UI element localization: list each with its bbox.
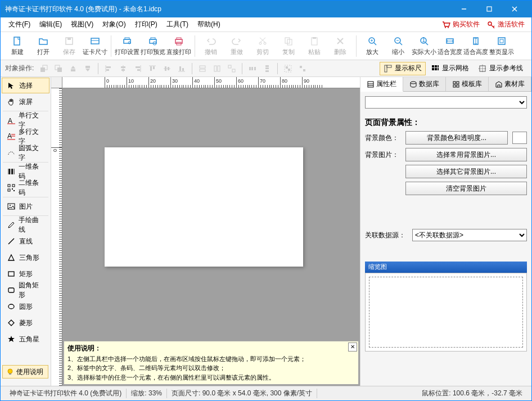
align-bottom-button[interactable] (175, 62, 188, 75)
circle-tool[interactable]: 圆形 (2, 299, 49, 314)
tab-database[interactable]: 数据库 (403, 77, 446, 91)
svg-rect-94 (438, 65, 439, 67)
align-center-h-button[interactable] (116, 62, 130, 75)
align-center-v-button[interactable] (160, 62, 174, 75)
zoomout-button[interactable]: 缩小 (386, 34, 411, 58)
printsetup-button[interactable]: 打印设置 (115, 34, 139, 58)
bgimage-clear-button[interactable]: 清空背景图片 (405, 182, 527, 195)
arc-text-tool[interactable]: 圆弧文字 (2, 145, 49, 161)
tab-properties[interactable]: 属性栏 (360, 77, 403, 92)
rect-icon (7, 269, 16, 278)
image-tool[interactable]: 图片 (2, 199, 49, 214)
svg-rect-97 (438, 68, 439, 70)
tab-materials[interactable]: 素材库 (489, 77, 531, 91)
menu-print[interactable]: 打印(P) (130, 18, 162, 31)
bgcolor-swatch[interactable] (512, 132, 527, 144)
zoomout-icon (393, 35, 404, 47)
triangle-tool[interactable]: 三角形 (2, 250, 49, 265)
group-button[interactable] (281, 62, 295, 75)
copy-button[interactable]: 复制 (276, 34, 301, 58)
bgimage-common-button[interactable]: 选择常用背景图片... (405, 148, 527, 161)
help-instructions-button[interactable]: 使用说明 (2, 365, 48, 379)
menu-file[interactable]: 文件(F) (4, 18, 35, 31)
rect-tool[interactable]: 矩形 (2, 266, 49, 282)
vertical-ruler[interactable]: 0 (51, 88, 62, 386)
svg-point-126 (411, 82, 416, 84)
bgimage-other-button[interactable]: 选择其它背景图片... (405, 165, 527, 178)
maximize-button[interactable] (476, 1, 502, 17)
qrcode-tool[interactable]: 二维条码 (2, 180, 49, 196)
cut-button[interactable]: 剪切 (250, 34, 275, 58)
hint-close-button[interactable]: ✕ (348, 343, 357, 352)
hand-tool[interactable]: 滚屏 (2, 94, 49, 110)
fitwidth-button[interactable]: 适合宽度 (438, 34, 462, 58)
bring-front-button[interactable] (37, 62, 51, 75)
paste-button[interactable]: 粘贴 (302, 34, 327, 58)
star-tool[interactable]: 五角星 (2, 331, 49, 347)
line-tool[interactable]: 直线 (2, 233, 49, 249)
svg-rect-115 (12, 188, 13, 190)
undo-button[interactable]: 撤销 (199, 34, 223, 58)
send-back-button[interactable] (52, 62, 65, 75)
select-tool[interactable]: 选择 (2, 78, 49, 93)
zoomin-button[interactable]: 放大 (360, 34, 385, 58)
svg-rect-96 (435, 68, 437, 70)
ungroup-button[interactable] (296, 62, 309, 75)
show-grid-toggle[interactable]: 显示网格 (427, 62, 473, 75)
diamond-tool[interactable]: 菱形 (2, 315, 49, 331)
printnow-icon (173, 35, 184, 47)
open-button[interactable]: 打开 (31, 34, 56, 58)
close-button[interactable] (502, 1, 527, 17)
tab-templates[interactable]: 模板库 (446, 77, 489, 91)
align-top-button[interactable] (146, 62, 159, 75)
same-height-button[interactable] (210, 62, 224, 75)
svg-point-122 (8, 304, 14, 309)
bring-forward-button[interactable] (66, 62, 80, 75)
multiline-text-tool[interactable]: A多行文字 (2, 129, 49, 145)
align-left-button[interactable] (102, 62, 115, 75)
menu-edit[interactable]: 编辑(E) (35, 18, 66, 31)
printnow-button[interactable]: 直接打印 (166, 34, 191, 58)
cardsize-button[interactable]: 证卡尺寸 (83, 34, 107, 58)
minimize-button[interactable] (451, 1, 476, 17)
activate-software-button[interactable]: 激活软件 (483, 20, 528, 29)
buy-software-button[interactable]: 购买软件 (438, 20, 483, 29)
object-toolbar: 对象操作: 显示标尺 显示网格 显示参考线 (1, 60, 531, 77)
new-button[interactable]: 新建 (5, 34, 30, 58)
distribute-h-button[interactable] (246, 62, 259, 75)
right-panel: 属性栏 数据库 模板库 素材库 页面背景属性： 背景颜色： 背景颜色和透明度..… (360, 77, 531, 386)
horizontal-ruler[interactable]: 0102030405060708090 (62, 77, 360, 88)
delete-button[interactable]: 删除 (328, 34, 353, 58)
redo-button[interactable]: 重做 (224, 34, 249, 58)
svg-rect-87 (288, 69, 290, 71)
singleline-text-tool[interactable]: A单行文字 (2, 112, 49, 128)
save-button[interactable]: 保存 (57, 34, 82, 58)
properties-icon (367, 80, 375, 88)
menu-view[interactable]: 视图(V) (66, 18, 98, 31)
distribute-v-button[interactable] (260, 62, 274, 75)
align-right-button[interactable] (131, 62, 145, 75)
show-ruler-toggle[interactable]: 显示标尺 (380, 62, 426, 75)
fitpage-button[interactable]: 整页显示 (489, 34, 514, 58)
show-guide-toggle[interactable]: 显示参考线 (474, 62, 527, 75)
hint-title: 使用说明： (67, 344, 355, 353)
element-selector-combo[interactable] (365, 96, 527, 109)
printpreview-button[interactable]: 打印预览 (141, 34, 165, 58)
menu-help[interactable]: 帮助(H) (193, 18, 225, 31)
svg-point-23 (259, 42, 262, 44)
fitheight-button[interactable]: 适合高度 (463, 34, 488, 58)
freehand-tool[interactable]: 手绘曲线 (2, 217, 49, 233)
svg-line-41 (426, 43, 428, 45)
card-page[interactable] (105, 147, 303, 267)
send-backward-button[interactable] (81, 62, 94, 75)
bgcolor-button[interactable]: 背景颜色和透明度... (405, 131, 508, 145)
menu-object[interactable]: 对象(O) (98, 18, 130, 31)
menu-tool[interactable]: 工具(T) (162, 18, 193, 31)
datasource-combo[interactable]: <不关联数据源> (412, 229, 527, 241)
roundrect-tool[interactable]: 圆角矩形 (2, 282, 49, 298)
actualsize-button[interactable]: 1实际大小 (412, 34, 436, 58)
same-width-button[interactable] (196, 62, 209, 75)
same-size-button[interactable] (225, 62, 238, 75)
hint-line-2: 2、标签中的文字、条码、二维码等元素均可以双击修改； (67, 363, 355, 373)
barcode-tool[interactable]: 一维条码 (2, 164, 49, 179)
